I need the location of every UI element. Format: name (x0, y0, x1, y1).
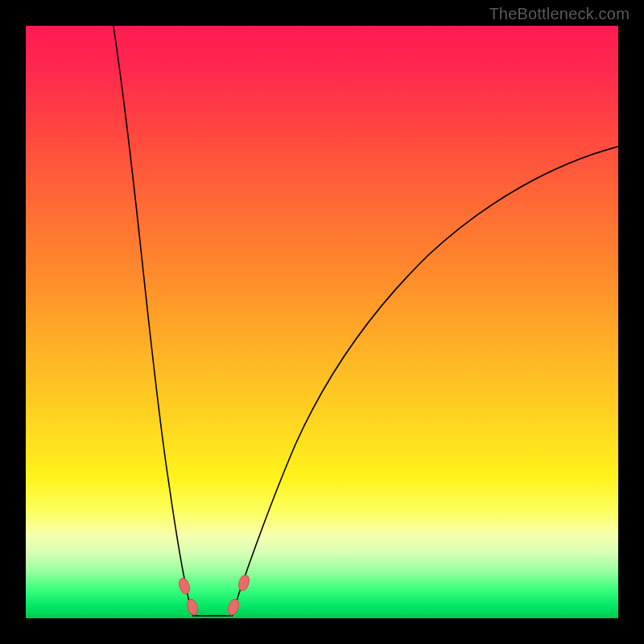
chart-container: TheBottleneck.com (0, 0, 644, 644)
attribution-text: TheBottleneck.com (489, 5, 630, 23)
marker-dot (185, 598, 200, 617)
marker-dot (177, 577, 192, 596)
marker-dot (226, 598, 241, 617)
right-curve (232, 147, 618, 617)
curve-overlay (26, 26, 618, 618)
left-curve (113, 21, 193, 617)
marker-dot (237, 574, 251, 592)
